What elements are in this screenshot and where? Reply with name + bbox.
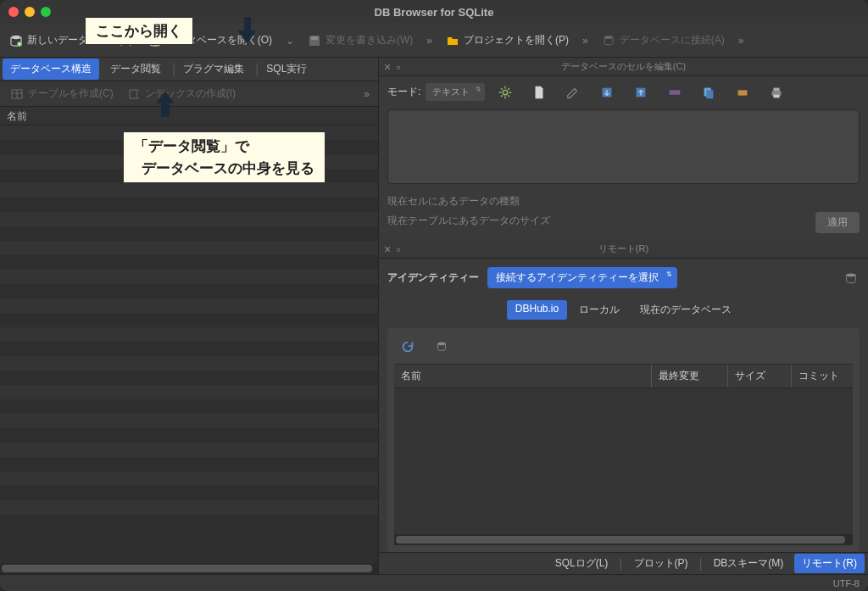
- null-icon[interactable]: [666, 84, 683, 101]
- new-db-icon: [9, 34, 23, 47]
- refresh-icon[interactable]: [399, 338, 416, 355]
- remote-header: × ▫ リモート(R): [379, 240, 868, 259]
- create-index-button[interactable]: ンデックスの作成(I): [120, 82, 242, 105]
- gear-icon[interactable]: [497, 84, 514, 101]
- table-icon: [10, 87, 24, 101]
- col-commit[interactable]: コミット: [792, 365, 853, 387]
- svg-rect-17: [774, 87, 780, 91]
- left-tabs: データベース構造 データ閲覧 | プラグマ編集 | SQL実行: [0, 58, 378, 81]
- btab-sqllog[interactable]: SQLログ(L): [548, 554, 616, 573]
- remote-tab-current[interactable]: 現在のデータベース: [632, 300, 740, 320]
- create-table-button[interactable]: テーブルを作成(C): [3, 82, 120, 105]
- mode-select[interactable]: テキスト: [426, 83, 485, 101]
- tab-sql[interactable]: SQL実行: [259, 59, 314, 80]
- btab-remote[interactable]: リモート(R): [794, 554, 865, 573]
- svg-rect-14: [707, 90, 714, 98]
- mode-label: モード:: [387, 85, 420, 99]
- svg-point-9: [504, 90, 508, 94]
- svg-rect-18: [774, 94, 780, 98]
- annotation-arrow-up-icon: [156, 92, 175, 120]
- cell-type-info: 現在セルにあるデータの種類: [387, 194, 860, 209]
- btab-schema[interactable]: DBスキーマ(M): [706, 554, 792, 573]
- list-header-name: 名前: [0, 107, 378, 125]
- hscrollbar[interactable]: [0, 563, 378, 574]
- remote-table-header: 名前 最終変更 サイズ コミット: [394, 364, 853, 388]
- minimize-window[interactable]: [25, 7, 35, 17]
- open-db-chevron-icon[interactable]: ⌄: [281, 35, 299, 47]
- open-project-button[interactable]: プロジェクトを開く(P): [439, 29, 576, 52]
- svg-point-5: [604, 36, 613, 39]
- svg-point-20: [438, 343, 446, 346]
- remote-tab-local[interactable]: ローカル: [570, 300, 628, 320]
- more-chevron-3[interactable]: »: [733, 35, 749, 47]
- cell-editor-header: × ▫ データベースのセルを編集(C): [379, 58, 868, 76]
- remote-list[interactable]: [394, 388, 853, 534]
- encoding-label: UTF-8: [833, 578, 860, 588]
- dock-undock-icon[interactable]: ▫: [396, 60, 400, 74]
- identity-select[interactable]: 接続するアイデンティティーを選択: [487, 267, 677, 288]
- remote-tab-dbhub[interactable]: DBHub.io: [507, 300, 567, 320]
- subtools-more[interactable]: »: [359, 88, 375, 100]
- annotation-callout-open: ここから開く: [85, 17, 193, 45]
- apply-button[interactable]: 適用: [815, 212, 860, 233]
- statusbar: UTF-8: [0, 574, 868, 591]
- svg-rect-4: [311, 36, 318, 40]
- write-changes-button[interactable]: 変更を書き込み(W): [301, 29, 420, 52]
- identity-label: アイデンティティー: [387, 270, 479, 285]
- index-icon: [127, 87, 141, 101]
- remote-db-icon[interactable]: [433, 338, 450, 355]
- tab-browse[interactable]: データ閲覧: [103, 59, 169, 80]
- dock-close-icon[interactable]: ×: [384, 60, 391, 74]
- remote-hscroll[interactable]: [394, 534, 853, 545]
- cell-size-info: 現在テーブルにあるデータのサイズ: [387, 214, 550, 228]
- tab-structure[interactable]: データベース構造: [3, 59, 99, 80]
- clear-icon[interactable]: [734, 84, 751, 101]
- import-icon[interactable]: [598, 84, 615, 101]
- print-icon[interactable]: [768, 84, 785, 101]
- remote-dock-undock-icon[interactable]: ▫: [396, 243, 400, 256]
- svg-point-19: [847, 273, 856, 276]
- cell-textarea[interactable]: [387, 109, 860, 184]
- btab-plot[interactable]: プロット(P): [626, 554, 696, 573]
- connect-database-button[interactable]: データベースに接続(A): [595, 29, 732, 52]
- project-icon: [446, 34, 459, 47]
- col-size[interactable]: サイズ: [728, 365, 792, 387]
- edit-icon[interactable]: [565, 84, 581, 101]
- structure-list[interactable]: [0, 125, 378, 563]
- save-icon: [308, 34, 321, 47]
- annotation-callout-browse: 「データ閲覧」で データベースの中身を見る: [123, 131, 326, 183]
- copy-icon[interactable]: [700, 84, 717, 101]
- close-window[interactable]: [8, 7, 19, 17]
- document-icon[interactable]: [531, 84, 548, 101]
- col-name[interactable]: 名前: [394, 365, 652, 387]
- bottom-tabs: SQLログ(L) | プロット(P) | DBスキーマ(M) リモート(R): [379, 552, 868, 574]
- structure-subtoolbar: テーブルを作成(C) ンデックスの作成(I) »: [0, 81, 378, 107]
- col-last[interactable]: 最終変更: [652, 365, 728, 387]
- svg-rect-12: [670, 90, 681, 94]
- remote-settings-icon[interactable]: [843, 270, 860, 287]
- export-icon[interactable]: [632, 84, 649, 101]
- connect-icon: [602, 34, 615, 47]
- more-chevron-1[interactable]: »: [421, 35, 437, 47]
- annotation-arrow-down-icon: [237, 17, 258, 47]
- remote-dock-close-icon[interactable]: ×: [384, 243, 391, 256]
- maximize-window[interactable]: [41, 7, 51, 17]
- tab-pragma[interactable]: プラグマ編集: [175, 59, 252, 80]
- more-chevron-2[interactable]: »: [577, 35, 593, 47]
- svg-point-0: [11, 35, 21, 38]
- svg-rect-15: [738, 90, 748, 95]
- window-title: DB Browser for SQLite: [375, 6, 494, 19]
